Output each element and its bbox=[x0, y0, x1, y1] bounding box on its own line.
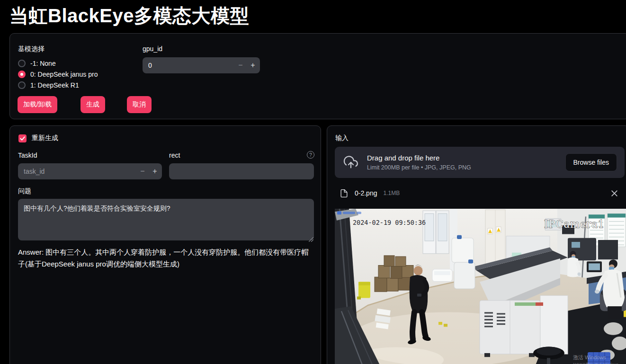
regenerate-checkbox[interactable]: 重新生成 bbox=[18, 134, 58, 142]
radio-option-janus-pro[interactable]: 0: DeepSeek janus pro bbox=[18, 69, 98, 80]
camera-label-overlay: IPCamera1 bbox=[544, 218, 605, 230]
dropzone-limit: Limit 200MB per file • JPG, JPEG, PNG bbox=[367, 164, 471, 171]
rect-label: rect bbox=[169, 151, 180, 159]
browse-files-button[interactable]: Browse files bbox=[565, 153, 617, 171]
base-model-label: 基模选择 bbox=[18, 45, 45, 53]
model-panel: 基模选择 -1: None 0: DeepSeek janus pro 1: D… bbox=[9, 33, 626, 119]
input-panel: 输入 Drag and drop file here Limit 200MB p… bbox=[327, 125, 626, 364]
file-dropzone[interactable]: Drag and drop file here Limit 200MB per … bbox=[335, 147, 625, 178]
checkbox-checked-icon bbox=[18, 134, 27, 142]
task-id-decrement-button[interactable]: − bbox=[136, 163, 149, 179]
camera-vendor-logo bbox=[337, 211, 361, 214]
lab-photo: 2024-02-19 09:50:36 IPCamera1 激活 Windows… bbox=[335, 209, 626, 364]
windows-watermark-line2: 转到“设置”以激活 Windows。 bbox=[573, 363, 622, 364]
uploaded-file-row: 0-2.png 1.1MB bbox=[335, 185, 625, 202]
file-name: 0-2.png bbox=[355, 189, 377, 197]
gpu-id-stepper: − + bbox=[143, 57, 260, 73]
generate-button[interactable]: 生成 bbox=[80, 96, 105, 113]
dropzone-title: Drag and drop file here bbox=[367, 154, 471, 162]
page-title: 当虹BlackEye多模态大模型 bbox=[9, 3, 249, 29]
radio-selected-icon bbox=[18, 71, 26, 78]
input-label: 输入 bbox=[335, 134, 349, 142]
image-preview: 2024-02-19 09:50:36 IPCamera1 激活 Windows… bbox=[335, 209, 626, 364]
gpu-id-increment-button[interactable]: + bbox=[247, 57, 259, 73]
radio-option-r1[interactable]: 1: DeepSeek R1 bbox=[18, 80, 79, 90]
gpu-id-label: gpu_id bbox=[143, 45, 162, 53]
radio-option-none[interactable]: -1: None bbox=[18, 58, 56, 69]
file-icon bbox=[340, 188, 349, 199]
question-label: 问题 bbox=[18, 187, 31, 195]
load-unload-button[interactable]: 加载/卸载 bbox=[18, 96, 57, 113]
timestamp-overlay: 2024-02-19 09:50:36 bbox=[353, 219, 426, 226]
windows-watermark-line1: 激活 Windows bbox=[572, 355, 606, 360]
file-size: 1.1MB bbox=[383, 190, 400, 196]
radio-icon bbox=[18, 60, 26, 67]
yellow-bin bbox=[357, 282, 370, 300]
task-id-label: TaskId bbox=[18, 151, 37, 159]
gpu-id-decrement-button[interactable]: − bbox=[234, 57, 247, 73]
upload-cloud-icon bbox=[342, 155, 359, 169]
answer-text: Answer: 图中有三个人。其中两个人穿着防护服，一个人没有穿防护服。他们都没… bbox=[18, 247, 313, 270]
white-basket bbox=[432, 269, 452, 282]
radio-icon bbox=[18, 81, 26, 89]
task-panel: 重新生成 TaskId rect ? − + 问题 图中有几个人?他们着装是否符… bbox=[9, 125, 321, 364]
help-icon[interactable]: ? bbox=[307, 151, 314, 159]
cancel-button[interactable]: 取消 bbox=[127, 96, 152, 113]
task-id-increment-button[interactable]: + bbox=[149, 163, 161, 179]
question-textarea[interactable]: 图中有几个人?他们着装是否符合实验室安全规则? bbox=[18, 199, 314, 240]
carboy-tanks bbox=[452, 235, 475, 289]
rect-input[interactable] bbox=[169, 163, 314, 179]
remove-file-button[interactable] bbox=[609, 188, 620, 199]
close-icon bbox=[611, 190, 618, 197]
check-icon bbox=[19, 135, 26, 142]
task-id-stepper: − + bbox=[18, 163, 162, 179]
